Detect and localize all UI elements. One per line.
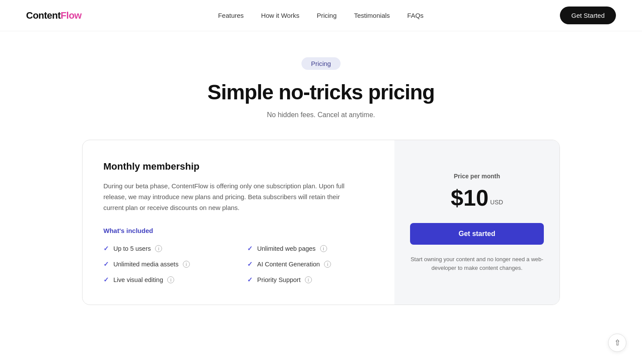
price-note: Start owning your content and no longer … <box>410 255 544 272</box>
nav-get-started-button[interactable]: Get Started <box>560 7 616 24</box>
nav-link-features[interactable]: Features <box>218 12 244 19</box>
info-icon-web-pages[interactable]: i <box>320 245 327 252</box>
check-icon-media: ✓ <box>103 260 109 268</box>
price-amount: $10 USD <box>451 187 503 209</box>
pricing-badge: Pricing <box>301 57 341 70</box>
nav-link-pricing[interactable]: Pricing <box>317 12 337 19</box>
nav-link-how-it-works[interactable]: How it Works <box>261 12 299 19</box>
check-icon-support: ✓ <box>247 276 253 284</box>
feature-item-web-pages: ✓ Unlimited web pages i <box>247 245 374 253</box>
feature-item-editing: ✓ Live visual editing i <box>103 276 230 284</box>
feature-item-users: ✓ Up to 5 users i <box>103 245 230 253</box>
check-icon-users: ✓ <box>103 245 109 253</box>
logo: ContentFlow <box>26 10 82 21</box>
info-icon-users[interactable]: i <box>155 245 162 252</box>
logo-text-flow: Flow <box>61 10 82 21</box>
logo-text-content: Content <box>26 10 61 21</box>
feature-label-editing: Live visual editing <box>113 276 163 283</box>
feature-label-users: Up to 5 users <box>113 245 151 252</box>
info-icon-media[interactable]: i <box>183 261 190 268</box>
info-icon-support[interactable]: i <box>305 276 312 283</box>
section-title: Simple no-tricks pricing <box>208 80 435 104</box>
price-currency: USD <box>490 199 503 206</box>
feature-item-media: ✓ Unlimited media assets i <box>103 260 230 268</box>
check-icon-ai: ✓ <box>247 260 253 268</box>
price-value: $10 <box>451 187 489 209</box>
info-icon-editing[interactable]: i <box>167 276 174 283</box>
pricing-card: Monthly membership During our beta phase… <box>82 140 560 305</box>
pricing-right-panel: Price per month $10 USD Get started Star… <box>394 140 559 305</box>
feature-label-web-pages: Unlimited web pages <box>257 245 316 252</box>
feature-label-support: Priority Support <box>257 276 301 283</box>
feature-label-media: Unlimited media assets <box>113 261 179 268</box>
features-grid: ✓ Up to 5 users i ✓ Unlimited web pages … <box>103 245 374 284</box>
check-icon-editing: ✓ <box>103 276 109 284</box>
feature-item-ai: ✓ AI Content Generation i <box>247 260 374 268</box>
pricing-left-panel: Monthly membership During our beta phase… <box>83 140 394 305</box>
main-content: Pricing Simple no-tricks pricing No hidd… <box>0 31 642 322</box>
scroll-up-button[interactable]: ⇧ <box>608 334 626 352</box>
feature-label-ai: AI Content Generation <box>257 261 320 268</box>
plan-description: During our beta phase, ContentFlow is of… <box>103 181 347 213</box>
nav-links: Features How it Works Pricing Testimonia… <box>218 12 424 20</box>
price-label: Price per month <box>454 173 500 180</box>
whats-included-label: What's included <box>103 227 374 234</box>
nav-link-testimonials[interactable]: Testimonials <box>354 12 390 19</box>
get-started-button[interactable]: Get started <box>410 223 544 245</box>
check-icon-web-pages: ✓ <box>247 245 253 253</box>
section-subtitle: No hidden fees. Cancel at anytime. <box>267 111 375 119</box>
plan-name: Monthly membership <box>103 161 374 172</box>
info-icon-ai[interactable]: i <box>324 261 331 268</box>
nav-link-faqs[interactable]: FAQs <box>407 12 424 19</box>
navbar: ContentFlow Features How it Works Pricin… <box>0 0 642 31</box>
feature-item-support: ✓ Priority Support i <box>247 276 374 284</box>
